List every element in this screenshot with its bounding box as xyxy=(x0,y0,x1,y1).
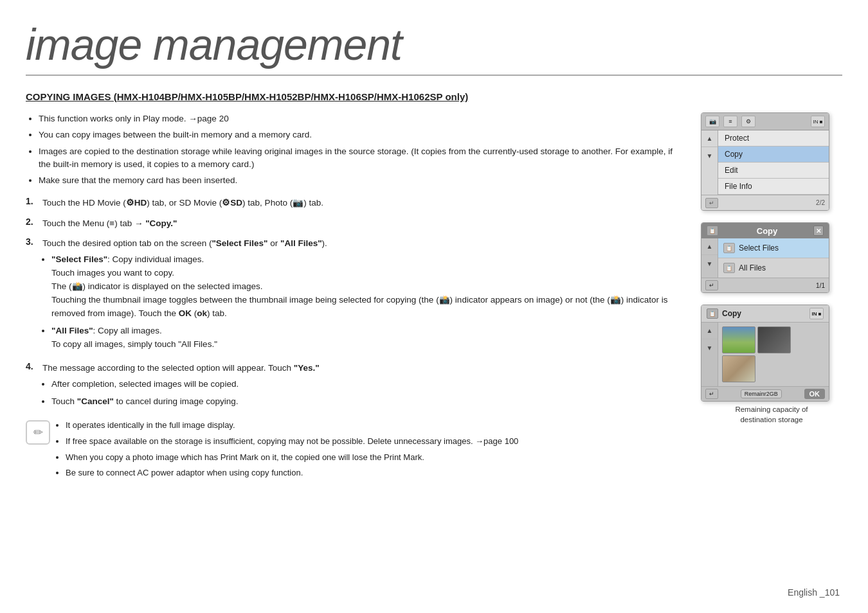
panel-topbar: 📷 ≡ ⚙ IN ■ xyxy=(701,113,829,130)
panel3-body: ▲ ▼ xyxy=(701,323,829,386)
step-1-num: 1. xyxy=(26,196,37,210)
panel2-footer: ↵ 1/1 xyxy=(701,278,829,292)
panel2-body: ▲ ▼ 📋 Select Files 📋 All Files xyxy=(701,238,829,278)
note-1: It operates identically in the full imag… xyxy=(66,419,518,432)
back-button-3[interactable]: ↵ xyxy=(705,389,718,399)
panel3-header: 📋 Copy IN ■ xyxy=(701,305,829,323)
remaining-capacity-label: Remaining capacity ofdestination storage xyxy=(701,404,842,425)
panel3-footer: ↵ Remainr2GB OK xyxy=(701,386,829,401)
step-4-sub-2: Touch "Cancel" to cancel during image co… xyxy=(51,395,320,409)
panel-copy-thumbs: 📋 Copy IN ■ ▲ ▼ xyxy=(701,305,829,402)
section-heading: COPYING IMAGES (HMX-H104BP/HMX-H105BP/HM… xyxy=(26,91,842,102)
step-3-num: 3. xyxy=(26,236,37,355)
panel3-copy-icon: 📋 xyxy=(707,308,718,319)
arrow-down[interactable]: ▼ xyxy=(701,147,718,164)
panel2-arrows: ▲ ▼ xyxy=(701,238,718,278)
panel2-title: Copy xyxy=(757,226,778,236)
panel3-title: Copy xyxy=(722,309,741,318)
menu-copy[interactable]: Copy xyxy=(718,147,829,163)
close-button[interactable]: ✕ xyxy=(813,226,824,236)
copy-icon: 📋 xyxy=(707,226,718,236)
option-all-files[interactable]: 📋 All Files xyxy=(718,258,829,278)
right-column: 📷 ≡ ⚙ IN ■ ▲ ▼ Protect Copy Edit File In… xyxy=(701,112,842,489)
step-1-content: Touch the HD Movie (⚙HD) tab, or SD Movi… xyxy=(42,196,323,210)
panel3-wrapper: 📋 Copy IN ■ ▲ ▼ xyxy=(701,305,842,425)
all-files-icon: 📋 xyxy=(723,263,735,273)
thumbnail-grid xyxy=(718,323,829,386)
icon-camera: 📷 xyxy=(705,116,719,127)
step-1: 1. Touch the HD Movie (⚙HD) tab, or SD M… xyxy=(26,196,682,210)
arrow-up-3[interactable]: ▲ xyxy=(701,323,718,339)
note-content: It operates identically in the full imag… xyxy=(57,419,518,483)
step-2: 2. Touch the Menu (≡) tab → "Copy." xyxy=(26,217,682,231)
panel-arrows: ▲ ▼ xyxy=(701,130,718,195)
page-title: image management xyxy=(26,19,842,76)
all-files-label: All Files xyxy=(739,263,766,272)
topbar-icons: 📷 ≡ ⚙ xyxy=(705,116,755,127)
left-column: This function works only in Play mode. →… xyxy=(26,112,682,489)
step-3: 3. Touch the desired option tab on the s… xyxy=(26,236,682,355)
panel-footer: ↵ 2/2 xyxy=(701,195,829,210)
storage-chip: Remainr2GB xyxy=(741,389,782,398)
intro-bullet-3: Images are copied to the destination sto… xyxy=(39,145,682,172)
note-icon: ✏ xyxy=(26,420,50,445)
select-files-label: Select Files xyxy=(739,244,779,253)
panel3-topright-icons: IN ■ xyxy=(809,308,824,319)
step-4-num: 4. xyxy=(26,361,37,412)
menu-edit[interactable]: Edit xyxy=(718,163,829,179)
icon-menu: ≡ xyxy=(723,116,737,127)
note-box: ✏ It operates identically in the full im… xyxy=(26,419,682,483)
menu-fileinfo[interactable]: File Info xyxy=(718,179,829,195)
panel3-storage-icon: IN ■ xyxy=(809,308,824,319)
note-4: Be sure to connect AC power adaptor when… xyxy=(66,466,518,480)
ok-button[interactable]: OK xyxy=(804,389,826,399)
thumbnail-3[interactable] xyxy=(722,355,755,382)
menu-protect[interactable]: Protect xyxy=(718,130,829,147)
intro-bullet-list: This function works only in Play mode. →… xyxy=(39,112,682,187)
arrow-up[interactable]: ▲ xyxy=(701,130,718,147)
intro-bullet-4: Make sure that the memory card has been … xyxy=(39,174,682,187)
back-button-2[interactable]: ↵ xyxy=(705,280,718,290)
step-4-content: The message according to the selected op… xyxy=(42,361,320,412)
panel2-header: 📋 Copy ✕ xyxy=(701,223,829,238)
intro-bullet-2: You can copy images between the built-in… xyxy=(39,129,682,141)
step-4: 4. The message according to the selected… xyxy=(26,361,682,412)
menu-items: Protect Copy Edit File Info xyxy=(718,130,829,195)
arrow-down-3[interactable]: ▼ xyxy=(701,339,718,356)
back-button[interactable]: ↵ xyxy=(705,198,718,208)
copy-options-list: 📋 Select Files 📋 All Files xyxy=(718,238,829,278)
step-2-content: Touch the Menu (≡) tab → "Copy." xyxy=(42,217,177,231)
panel-counter: 2/2 xyxy=(816,199,825,206)
page-number: English _101 xyxy=(788,587,840,598)
arrow-up-2[interactable]: ▲ xyxy=(701,238,718,255)
select-files-icon: 📋 xyxy=(723,243,735,253)
arrow-down-2[interactable]: ▼ xyxy=(701,255,718,272)
thumbnail-2[interactable] xyxy=(757,326,791,353)
panel-copy-options: 📋 Copy ✕ ▲ ▼ 📋 Select Files 📋 All Files xyxy=(701,222,829,293)
icon-storage: IN ■ xyxy=(811,116,825,127)
panel3-arrows: ▲ ▼ xyxy=(701,323,718,386)
intro-bullet-1: This function works only in Play mode. →… xyxy=(39,112,682,125)
step-3-content: Touch the desired option tab on the scre… xyxy=(42,236,682,355)
thumbnail-1[interactable] xyxy=(722,326,755,353)
option-select-files[interactable]: 📋 Select Files xyxy=(718,238,829,258)
panel-menu: 📷 ≡ ⚙ IN ■ ▲ ▼ Protect Copy Edit File In… xyxy=(701,112,829,211)
step-4-sub-1: After completion, selected images will b… xyxy=(51,378,320,391)
panel-body: ▲ ▼ Protect Copy Edit File Info xyxy=(701,130,829,195)
step-3-sub-2: "All Files": Copy all images. To copy al… xyxy=(51,324,682,351)
step-3-sub-1: "Select Files": Copy individual images. … xyxy=(51,253,682,321)
note-2: If free space available on the storage i… xyxy=(66,435,518,449)
note-3: When you copy a photo image which has Pr… xyxy=(66,451,518,465)
panel2-counter: 1/1 xyxy=(816,282,825,289)
icon-gear: ⚙ xyxy=(741,116,755,127)
step-2-num: 2. xyxy=(26,217,37,231)
